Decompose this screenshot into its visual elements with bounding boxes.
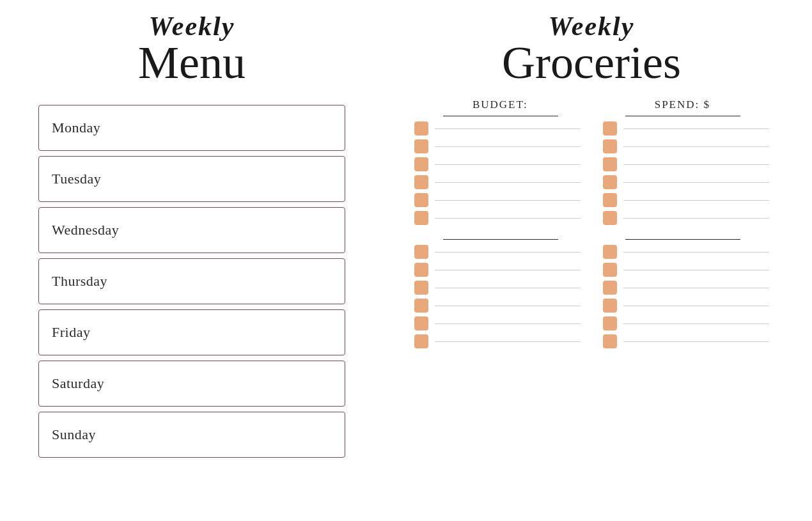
check-item-left: [414, 157, 581, 171]
checkbox-icon[interactable]: [603, 157, 617, 171]
checkbox-icon[interactable]: [414, 299, 428, 313]
sunday-box[interactable]: Sunday: [38, 412, 345, 458]
check-item-left: [414, 263, 581, 277]
check-line: [623, 288, 769, 288]
check-item-left: [414, 245, 581, 259]
checkbox-icon[interactable]: [603, 299, 617, 313]
check-item-left: [414, 316, 581, 330]
check-item-left: [414, 281, 581, 295]
check-item-right: [603, 281, 769, 295]
monday-box[interactable]: Monday: [38, 105, 345, 151]
check-item-right: [603, 193, 769, 207]
check-line: [623, 323, 769, 324]
check-item-right: [603, 245, 769, 259]
checkbox-icon[interactable]: [603, 121, 617, 136]
checkbox-icon[interactable]: [414, 139, 428, 153]
checklist-row: [403, 193, 780, 207]
check-line: [435, 128, 581, 129]
checkbox-icon[interactable]: [414, 316, 428, 330]
check-item-right: [603, 175, 769, 189]
check-line: [623, 128, 769, 129]
check-line: [623, 182, 769, 183]
wednesday-box[interactable]: Wednesday: [38, 207, 345, 253]
checkbox-icon[interactable]: [414, 245, 428, 259]
checklist-row: [403, 281, 780, 295]
menu-panel: Weekly Menu Monday Tuesday Wednesday Thu…: [0, 0, 371, 521]
check-item-left: [414, 211, 581, 225]
checkbox-icon[interactable]: [414, 263, 428, 277]
checkbox-icon[interactable]: [414, 121, 428, 136]
divider-left-2: [443, 239, 558, 240]
divider-right-2: [625, 239, 740, 240]
menu-title: Weekly Menu: [38, 13, 345, 86]
groceries-title: Weekly Groceries: [502, 13, 681, 86]
check-line: [435, 341, 581, 342]
checkbox-icon[interactable]: [603, 281, 617, 295]
checkbox-icon[interactable]: [414, 175, 428, 189]
checklist-row: [403, 245, 780, 259]
check-line: [623, 200, 769, 201]
check-line: [435, 306, 581, 306]
thursday-box[interactable]: Thursday: [38, 258, 345, 304]
check-line: [623, 341, 769, 342]
grocery-section-1: [396, 114, 786, 225]
check-item-left: [414, 121, 581, 136]
checkbox-icon[interactable]: [414, 157, 428, 171]
checkbox-icon[interactable]: [603, 245, 617, 259]
check-line: [623, 146, 769, 147]
check-item-right: [603, 316, 769, 330]
groceries-panel: Weekly Groceries BUDGET: SPEND: $: [371, 0, 812, 521]
check-line: [623, 252, 769, 253]
checkbox-icon[interactable]: [603, 316, 617, 330]
checkbox-icon[interactable]: [603, 211, 617, 225]
divider-row-2: [396, 239, 786, 240]
check-line: [435, 182, 581, 183]
groceries-header: Weekly Groceries: [396, 13, 786, 86]
grocery-section-2: [396, 238, 786, 348]
check-item-left: [414, 175, 581, 189]
check-item-left: [414, 193, 581, 207]
budget-label: BUDGET:: [472, 98, 528, 111]
check-line: [435, 288, 581, 288]
checkbox-icon[interactable]: [603, 175, 617, 189]
check-item-left: [414, 139, 581, 153]
checklist-row: [403, 263, 780, 277]
checkbox-icon[interactable]: [414, 193, 428, 207]
check-item-right: [603, 334, 769, 348]
check-line: [435, 200, 581, 201]
check-item-left: [414, 334, 581, 348]
check-line: [623, 164, 769, 165]
checkbox-icon[interactable]: [603, 193, 617, 207]
checkbox-icon[interactable]: [603, 139, 617, 153]
checklist-row: [403, 121, 780, 136]
check-line: [623, 270, 769, 270]
check-item-right: [603, 139, 769, 153]
check-item-left: [414, 299, 581, 313]
check-item-right: [603, 263, 769, 277]
check-line: [435, 146, 581, 147]
checklist-section-1: [396, 121, 786, 225]
checkbox-icon[interactable]: [414, 281, 428, 295]
check-item-right: [603, 157, 769, 171]
divider-left-1: [443, 116, 558, 116]
check-line: [435, 252, 581, 253]
friday-box[interactable]: Friday: [38, 309, 345, 355]
check-line: [435, 270, 581, 270]
check-line: [623, 218, 769, 219]
checklist-section-2: [396, 245, 786, 348]
checkbox-icon[interactable]: [603, 263, 617, 277]
tuesday-box[interactable]: Tuesday: [38, 156, 345, 202]
checkbox-icon[interactable]: [414, 211, 428, 225]
menu-script-label: Menu: [138, 37, 246, 88]
spend-label: SPEND: $: [655, 98, 710, 111]
checklist-row: [403, 334, 780, 348]
checkbox-icon[interactable]: [603, 334, 617, 348]
checkbox-icon[interactable]: [414, 334, 428, 348]
saturday-box[interactable]: Saturday: [38, 361, 345, 407]
checklist-row: [403, 139, 780, 153]
check-line: [435, 164, 581, 165]
budget-spend-row: BUDGET: SPEND: $: [396, 98, 786, 111]
check-line: [435, 323, 581, 324]
day-list: Monday Tuesday Wednesday Thursday Friday…: [38, 105, 345, 458]
check-item-right: [603, 299, 769, 313]
